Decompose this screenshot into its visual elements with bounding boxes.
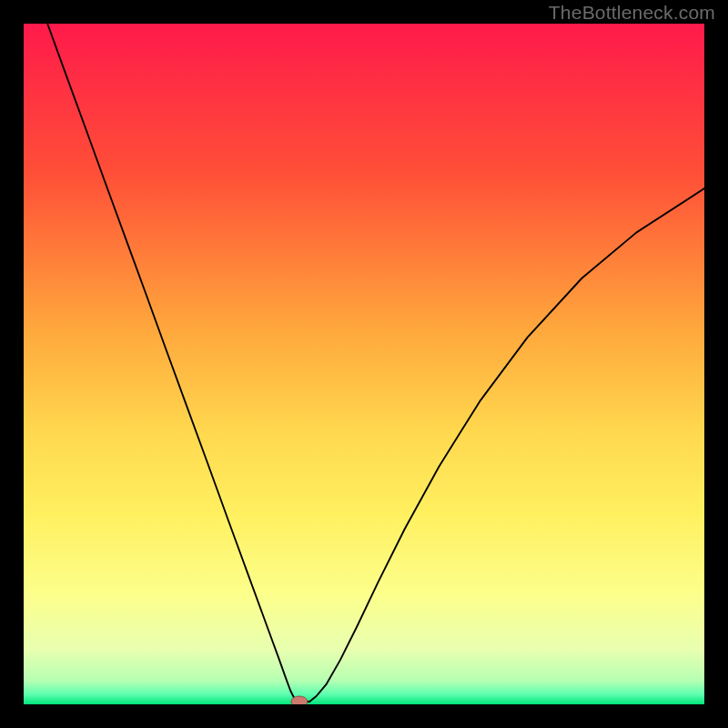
chart-svg bbox=[24, 24, 704, 704]
chart-plot-area bbox=[24, 24, 704, 704]
optimal-point-marker bbox=[291, 696, 308, 704]
watermark-text: TheBottleneck.com bbox=[549, 2, 715, 24]
chart-frame: TheBottleneck.com bbox=[0, 0, 728, 728]
chart-background bbox=[24, 24, 704, 704]
